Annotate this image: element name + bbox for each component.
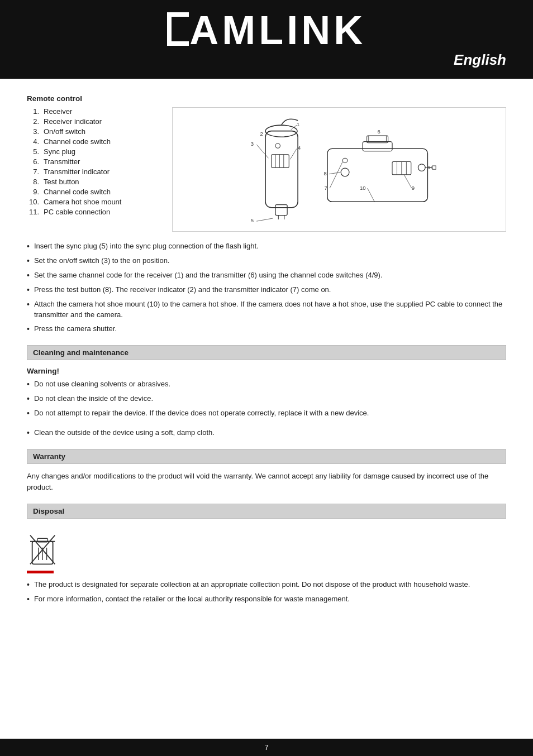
list-item: Clean the outside of the device using a … [27,427,506,439]
parts-list: 1.Receiver 2.Receiver indicator 3.On/off… [27,107,161,232]
svg-point-6 [275,143,280,148]
list-item: 10.Camera hot shoe mount [27,198,161,206]
header: AMLINK English [0,0,533,79]
diagram-box: 2 3 4 5 1 [172,107,506,232]
svg-line-18 [291,125,297,130]
list-item: Set the on/off switch (3) to the on posi… [27,255,506,267]
list-item: 5.Sync plug [27,147,161,156]
svg-line-37 [329,173,340,174]
logo: AMLINK [167,10,366,50]
svg-text:10: 10 [360,185,366,191]
svg-point-30 [418,164,425,171]
list-item: For more information, contact the retail… [27,594,506,605]
instructions-list: Insert the sync plug (5) into the sync p… [27,241,506,335]
svg-text:5: 5 [251,217,254,223]
weee-icon [27,525,506,573]
list-item: 8.Test button [27,178,161,186]
svg-line-12 [256,145,268,158]
svg-text:3: 3 [251,141,254,147]
list-item: 7.Transmitter indicator [27,168,161,176]
warning-list: Do not use cleaning solvents or abrasive… [27,379,506,419]
svg-text:7: 7 [325,185,327,191]
svg-text:4: 4 [298,145,301,151]
list-item: 11.PC cable connection [27,208,161,216]
svg-text:9: 9 [412,185,415,191]
list-item: 2.Receiver indicator [27,117,161,126]
svg-point-24 [341,168,349,176]
cleaning-extra-list: Clean the outside of the device using a … [27,427,506,439]
svg-text:8: 8 [324,170,327,176]
remote-control-title: Remote control [27,94,506,103]
warranty-text: Any changes and/or modifications to the … [27,471,506,494]
list-item: Insert the sync plug (5) into the sync p… [27,241,506,252]
list-item: Attach the camera hot shoe mount (10) to… [27,299,506,320]
list-item: Press the test button (8). The receiver … [27,284,506,296]
list-item: Set the same channel code for the receiv… [27,270,506,281]
svg-line-39 [404,175,412,188]
svg-line-35 [330,162,342,188]
page-number: 7 [264,743,268,752]
list-item: 3.On/off switch [27,127,161,136]
list-item: 6.Transmitter [27,157,161,166]
footer: 7 [0,739,533,756]
list-item: Do not use cleaning solvents or abrasive… [27,379,506,390]
svg-text:1: 1 [297,121,299,127]
logo-bracket [167,12,189,45]
svg-line-14 [290,149,297,159]
list-item: Press the camera shutter. [27,323,506,335]
list-item: Do not clean the inside of the device. [27,393,506,405]
svg-line-41 [368,188,375,202]
list-item: 4.Channel code switch [27,137,161,146]
svg-point-25 [342,158,347,162]
svg-rect-7 [275,205,287,216]
list-item: Do not attempt to repair the device. If … [27,408,506,419]
language-label: English [454,51,533,73]
list-item: 9.Channel code switch [27,188,161,196]
svg-line-16 [256,218,273,221]
remote-control-layout: 1.Receiver 2.Receiver indicator 3.On/off… [27,107,506,232]
svg-rect-2 [272,155,289,168]
remote-diagram: 2 3 4 5 1 [233,113,445,226]
disposal-list: The product is designated for separate c… [27,579,506,605]
list-item: The product is designated for separate c… [27,579,506,591]
svg-text:6: 6 [378,128,380,135]
disposal-icon-bar [27,571,54,573]
svg-text:2: 2 [260,131,263,137]
main-content: Remote control 1.Receiver 2.Receiver ind… [0,79,533,624]
disposal-bar: Disposal [27,504,506,519]
warranty-bar: Warranty [27,449,506,464]
cleaning-bar: Cleaning and maintenance [27,345,506,360]
logo-text: AMLINK [189,10,366,50]
svg-rect-0 [265,131,298,208]
weee-svg [27,533,60,567]
warning-title: Warning! [27,367,506,375]
list-item: 1.Receiver [27,107,161,116]
